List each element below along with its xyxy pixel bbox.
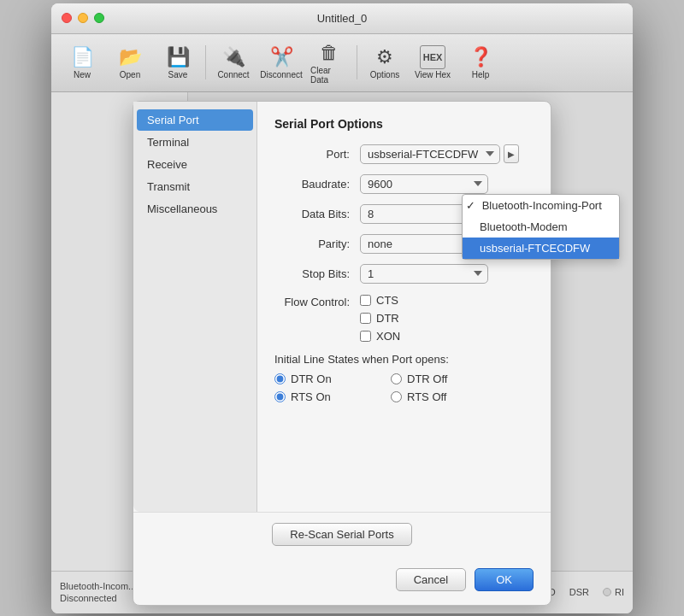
sidebar-item-serial-port[interactable]: Serial Port <box>137 109 253 131</box>
baudrate-select[interactable]: 9600 19200 38400 115200 <box>360 174 488 194</box>
flow-control-row: Flow Control: CTS DTR <box>274 294 534 343</box>
toolbar-open-label: Open <box>120 70 140 79</box>
options-icon: ⚙ <box>376 45 393 69</box>
ri-indicator: RI <box>603 587 624 597</box>
toolbar-help[interactable]: ❓ Help <box>458 44 503 81</box>
status-port: Bluetooth-Incom... <box>60 581 136 591</box>
toolbar-new-label: New <box>74 70 91 79</box>
flow-control-dtr[interactable]: DTR <box>360 312 534 325</box>
view-hex-icon: HEX <box>420 45 446 69</box>
rts-off-radio[interactable]: RTS Off <box>391 390 502 403</box>
stop-bits-row: Stop Bits: 1 1.5 2 <box>274 264 534 284</box>
help-icon: ❓ <box>469 45 492 69</box>
dropdown-item-bluetooth-modem[interactable]: Bluetooth-Modem <box>463 216 619 238</box>
title-bar: Untitled_0 <box>51 3 633 34</box>
main-content: Serial Port Terminal Receive Transmit Mi <box>51 92 633 571</box>
toolbar-disconnect-label: Disconnect <box>260 70 302 79</box>
sidebar-item-terminal[interactable]: Terminal <box>137 132 253 153</box>
status-left: Bluetooth-Incom... Disconnected <box>60 581 136 603</box>
radio-grid: DTR On DTR Off RTS On RTS Off <box>274 373 534 403</box>
toolbar-disconnect[interactable]: ✂️ Disconnect <box>259 44 304 81</box>
flow-control-checkboxes: CTS DTR XON <box>360 294 534 343</box>
dialog-actions: Cancel OK <box>133 560 551 605</box>
new-icon: 📄 <box>71 45 94 69</box>
dropdown-item-bluetooth-incoming[interactable]: Bluetooth-Incoming-Port <box>463 195 619 216</box>
toolbar-connect-label: Connect <box>217 70 249 79</box>
flow-control-xon[interactable]: XON <box>360 330 534 343</box>
dtr-off-input[interactable] <box>391 373 402 384</box>
dtr-checkbox[interactable] <box>360 313 371 324</box>
toolbar-save-label: Save <box>168 70 188 79</box>
sidebar: Serial Port Terminal Receive Transmit Mi <box>133 102 257 512</box>
toolbar-options-label: Options <box>370 70 399 79</box>
initial-states-label: Initial Line States when Port opens: <box>274 353 534 366</box>
stop-bits-control: 1 1.5 2 <box>360 264 534 284</box>
toolbar-connect[interactable]: 🔌 Connect <box>211 44 256 81</box>
ok-button[interactable]: OK <box>475 568 534 591</box>
dropdown-item-usbserial[interactable]: usbserial-FTCECDFW <box>463 238 619 259</box>
toolbar-clear-data-label: Clear Data <box>310 66 348 85</box>
rescan-button[interactable]: Re-Scan Serial Ports <box>272 523 411 546</box>
flow-control-cts[interactable]: CTS <box>360 294 534 307</box>
main-window: Untitled_0 📄 New 📂 Open 💾 Save 🔌 Connect… <box>51 3 633 613</box>
window-title: Untitled_0 <box>317 12 368 25</box>
toolbar-divider-1 <box>205 45 206 79</box>
port-label: Port: <box>274 148 360 161</box>
sidebar-item-miscellaneous[interactable]: Miscellaneous <box>137 198 253 220</box>
xon-checkbox[interactable] <box>360 331 371 342</box>
initial-states-section: Initial Line States when Port opens: DTR… <box>274 353 534 403</box>
sidebar-item-transmit[interactable]: Transmit <box>137 176 253 197</box>
status-connection: Disconnected <box>60 593 136 603</box>
cancel-button[interactable]: Cancel <box>396 568 466 591</box>
toolbar-view-hex-label: View Hex <box>415 70 451 79</box>
dialog-overlay: Serial Port Terminal Receive Transmit Mi <box>51 92 633 571</box>
rts-on-radio[interactable]: RTS On <box>274 390 386 403</box>
cts-checkbox[interactable] <box>360 295 371 306</box>
dtr-on-input[interactable] <box>274 373 286 384</box>
rts-off-input[interactable] <box>391 391 402 402</box>
traffic-lights <box>62 13 104 23</box>
clear-data-icon: 🗑 <box>320 41 339 65</box>
connect-icon: 🔌 <box>222 45 245 69</box>
rts-on-input[interactable] <box>274 391 286 402</box>
toolbar-clear-data[interactable]: 🗑 Clear Data <box>307 39 351 86</box>
toolbar-new[interactable]: 📄 New <box>60 44 104 81</box>
toolbar: 📄 New 📂 Open 💾 Save 🔌 Connect ✂️ Disconn… <box>51 34 633 92</box>
toolbar-view-hex[interactable]: HEX View Hex <box>410 44 455 81</box>
ri-label: RI <box>615 587 624 597</box>
baudrate-row: Baudrate: 9600 19200 38400 115200 <box>274 174 534 194</box>
stop-bits-label: Stop Bits: <box>274 267 360 280</box>
stop-bits-select[interactable]: 1 1.5 2 <box>360 264 488 284</box>
minimize-button[interactable] <box>78 13 88 23</box>
toolbar-open[interactable]: 📂 Open <box>108 44 152 81</box>
toolbar-options[interactable]: ⚙ Options <box>363 44 407 81</box>
dsr-indicator: DSR <box>569 587 589 597</box>
port-select-wrapper: Bluetooth-Incoming-... Bluetooth-Modem u… <box>360 144 534 164</box>
disconnect-icon: ✂️ <box>270 45 293 69</box>
toolbar-help-label: Help <box>472 70 490 79</box>
close-button[interactable] <box>62 13 72 23</box>
save-icon: 💾 <box>167 45 190 69</box>
dtr-on-radio[interactable]: DTR On <box>274 373 386 385</box>
sidebar-item-receive[interactable]: Receive <box>137 154 253 175</box>
port-arrow-button[interactable]: ▶ <box>504 144 519 163</box>
flow-control-label: Flow Control: <box>274 294 360 308</box>
toolbar-save[interactable]: 💾 Save <box>156 44 200 81</box>
dtr-off-radio[interactable]: DTR Off <box>391 373 502 385</box>
port-select[interactable]: Bluetooth-Incoming-... Bluetooth-Modem u… <box>360 144 500 164</box>
port-row: Port: Bluetooth-Incoming-... Bluetooth-M… <box>274 144 534 164</box>
dsr-label: DSR <box>569 587 589 597</box>
maximize-button[interactable] <box>94 13 104 23</box>
baudrate-control: 9600 19200 38400 115200 <box>360 174 534 194</box>
parity-label: Parity: <box>274 238 360 250</box>
port-dropdown: Bluetooth-Incoming-Port Bluetooth-Modem … <box>462 194 620 260</box>
dialog-footer: Re-Scan Serial Ports <box>133 512 551 560</box>
open-icon: 📂 <box>119 45 142 69</box>
panel-title: Serial Port Options <box>274 117 534 131</box>
flow-control-group: CTS DTR XON <box>360 294 534 343</box>
toolbar-divider-2 <box>357 45 357 79</box>
baudrate-label: Baudrate: <box>274 178 360 191</box>
panel: Serial Port Options Port: Bluetooth-Inco… <box>257 102 551 512</box>
dialog-inner: Serial Port Terminal Receive Transmit Mi <box>133 102 551 512</box>
dialog: Serial Port Terminal Receive Transmit Mi <box>133 101 551 606</box>
